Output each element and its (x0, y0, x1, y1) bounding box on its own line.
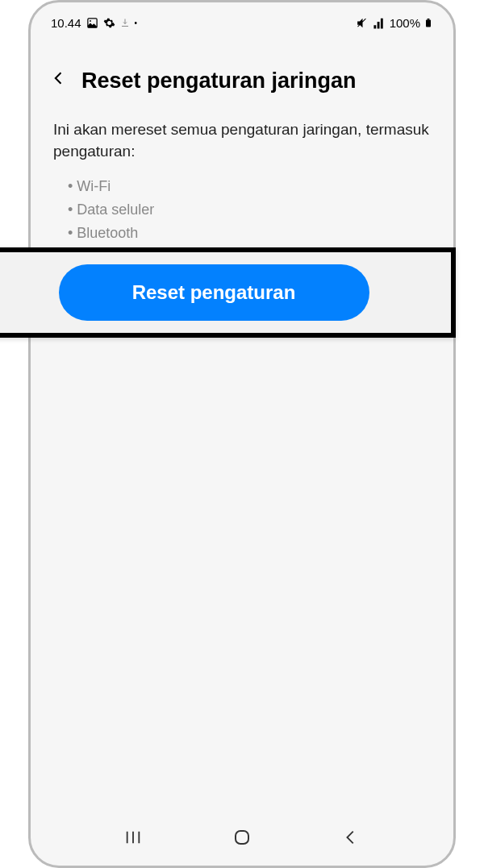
image-icon (86, 17, 98, 29)
gear-icon (103, 17, 115, 29)
back-nav-button[interactable] (342, 829, 360, 846)
signal-icon (373, 16, 386, 30)
battery-icon (424, 16, 433, 30)
svg-point-1 (90, 20, 91, 22)
status-bar: 10.44 • 100% (31, 2, 453, 35)
download-icon (120, 17, 130, 28)
page-title: Reset pengaturan jaringan (81, 69, 357, 93)
navigation-bar (31, 817, 453, 866)
home-button[interactable] (232, 828, 252, 847)
mute-icon (356, 16, 369, 30)
status-time: 10.44 (51, 16, 81, 30)
bullet-item: • Wi-Fi (53, 175, 431, 198)
highlight-band: Reset pengaturan (0, 247, 456, 338)
back-button[interactable] (51, 67, 67, 95)
svg-rect-2 (426, 19, 431, 27)
battery-percent: 100% (390, 16, 420, 30)
svg-rect-3 (428, 19, 430, 20)
bullet-item: • Bluetooth (53, 222, 431, 245)
recents-button[interactable] (124, 829, 142, 846)
description-text: Ini akan mereset semua pengaturan jaring… (31, 111, 453, 167)
reset-button[interactable]: Reset pengaturan (59, 264, 369, 321)
bullet-item: • Data seluler (53, 198, 431, 222)
bullet-list: • Wi-Fi • Data seluler • Bluetooth (31, 167, 453, 253)
dot-icon: • (135, 19, 138, 27)
svg-rect-7 (236, 831, 248, 844)
